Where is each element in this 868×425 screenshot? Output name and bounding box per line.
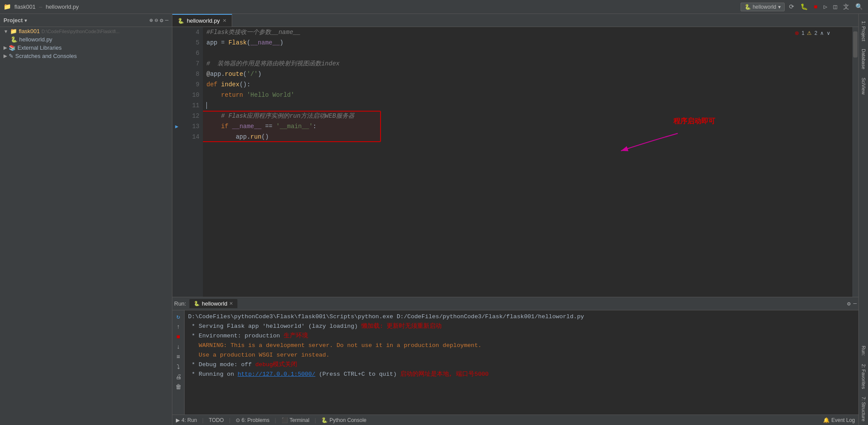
bp-13: ▶ (172, 121, 181, 132)
right-panel-run[interactable]: Run: (860, 342, 867, 359)
settings-bottom-icon[interactable]: ⚙ (847, 300, 851, 307)
ln-8: 8 (185, 69, 199, 79)
sidebar-dropdown[interactable]: ▾ (24, 17, 27, 24)
tab-close-icon[interactable]: ✕ (223, 18, 226, 24)
translate-icon[interactable]: 文 (841, 2, 851, 12)
print-icon[interactable]: 🖨 (175, 373, 182, 381)
status-todo[interactable]: TODO (209, 417, 223, 423)
code-line-7: # 装饰器的作用是将路由映射到视图函数index (206, 58, 852, 69)
rerun-icon[interactable]: ⟳ (787, 2, 796, 11)
sep1: | (202, 417, 203, 423)
title-bar: 📁 flask001 – helloworld.py 🐍 helloworld … (0, 0, 868, 14)
status-python-console[interactable]: 🐍 Python Console (321, 417, 367, 423)
ln-11: 11 (185, 100, 199, 111)
scroll-down-icon[interactable]: ↓ (175, 343, 181, 351)
title-separator: – (39, 3, 42, 10)
comment-4: #Flask类接收一个参数__name__ (206, 27, 301, 37)
project-icon: 📁 (3, 3, 11, 10)
annotation-arrow-svg (612, 125, 700, 160)
code-line-14: app.run() (206, 132, 852, 142)
status-event-log[interactable]: 🔔 Event Log (823, 417, 855, 423)
kw-if: if (221, 121, 232, 132)
right-panel-sciview[interactable]: SciView (860, 74, 867, 98)
stop-icon[interactable]: ■ (812, 3, 819, 11)
code-line-9: def index(): (206, 79, 852, 90)
todo-label: TODO (209, 417, 223, 423)
tree-root[interactable]: ▼ 📁 flask001 D:\CodeFiles\pythonCode3\Fl… (0, 27, 172, 35)
code-line-4: #Flask类接收一个参数__name__ (206, 27, 852, 37)
paren-9a: () (240, 79, 247, 90)
code-area: ▶ 4 5 6 7 8 9 10 11 12 13 14 (172, 27, 858, 297)
step-in-icon[interactable]: ⤵ (176, 363, 181, 371)
step-over-icon[interactable]: ≡ (175, 353, 181, 361)
run-line-4: WARNING: This is a development server. D… (188, 341, 855, 350)
right-panel-structure[interactable]: 7: Structure (860, 393, 867, 425)
sep2: | (229, 417, 230, 423)
run-tab-close[interactable]: ✕ (229, 301, 233, 306)
tab-bar: 🐍 helloworld.py ✕ (172, 14, 858, 27)
scrollbar-thumb[interactable] (853, 31, 858, 58)
bp-7 (172, 58, 181, 69)
locate-file-icon[interactable]: ⊕ (150, 17, 153, 24)
scroll-indicator[interactable] (852, 27, 858, 297)
fn-index: index (221, 79, 240, 90)
bp-12 (172, 111, 181, 121)
settings-icon[interactable]: ⚙ (160, 17, 163, 24)
status-terminal[interactable]: ⬛ Terminal (281, 417, 309, 423)
run-url[interactable]: http://127.0.0.1:5000/ (237, 370, 315, 379)
run-config-button[interactable]: 🐍 helloworld ▾ (741, 3, 785, 11)
breakpoint-gutter: ▶ (172, 27, 181, 297)
right-panel-database[interactable]: Database (860, 45, 867, 73)
tree-file-helloworld[interactable]: 🐍 helloworld.py (0, 35, 172, 44)
file-label: helloworld.py (19, 36, 52, 43)
run-output: D:\CodeFiles\pythonCode3\Flask\flask001\… (185, 310, 858, 415)
run-tab-label: helloworld (202, 300, 227, 307)
tree-ext-libs[interactable]: ▶ 📚 External Libraries (0, 44, 172, 52)
project-title: flask001 (14, 3, 35, 10)
bp-14 (172, 132, 181, 142)
run-label-prefix: Run: (174, 300, 186, 307)
ext-lib-icon: 📚 (9, 44, 16, 51)
run-env: * Environment: production (188, 331, 284, 341)
colon-13: : (313, 121, 316, 132)
bp-5 (172, 37, 181, 48)
main-area: Project ▾ ⊕ ⊖ ⚙ — ▼ 📁 flask001 D:\CodeFi… (0, 14, 868, 425)
status-problems[interactable]: ⊙ 6: Problems (236, 417, 269, 423)
code-line-5: app = Flask(__name__) (206, 37, 852, 48)
indent-14 (206, 132, 236, 142)
dot-14: . (247, 132, 250, 142)
problems-label: ⊙ 6: Problems (236, 417, 269, 423)
tab-run-helloworld[interactable]: 🐍 helloworld ✕ (189, 299, 237, 308)
search-icon[interactable]: 🔍 (854, 2, 865, 11)
status-right: 🔔 Event Log (823, 417, 855, 423)
close-sidebar-icon[interactable]: — (165, 17, 168, 24)
right-panel-project[interactable]: 1: Project (860, 17, 867, 44)
debug-icon[interactable]: 🐛 (799, 2, 810, 11)
project-path: D:\CodeFiles\pythonCode3\Flask\fl... (41, 29, 120, 34)
clear-icon[interactable]: 🗑 (175, 383, 182, 391)
bp-6 (172, 48, 181, 58)
code-line-6 (206, 48, 852, 58)
stop-bottom-icon[interactable]: ■ (175, 333, 181, 341)
right-panel-favorites[interactable]: 2: Favorites (860, 360, 867, 392)
sep3: | (274, 417, 276, 423)
py-file-icon: 🐍 (10, 36, 17, 43)
coverage-icon[interactable]: ▷ (822, 2, 829, 11)
dot-8: . (221, 69, 225, 79)
tree-scratches[interactable]: ▶ ✎ Scratches and Consoles (0, 52, 172, 60)
status-run[interactable]: ▶ 4: Run (176, 417, 197, 423)
str-slash: '/' (247, 69, 257, 79)
event-log-icon: 🔔 (823, 417, 830, 423)
scroll-up-icon[interactable]: ↑ (175, 323, 181, 331)
run-ctrl: (Press CTRL+C to quit) (316, 370, 400, 379)
collapse-icon[interactable]: ⊖ (155, 17, 158, 24)
tab-helloworld[interactable]: 🐍 helloworld.py ✕ (172, 14, 232, 27)
profile-icon[interactable]: ◫ (832, 2, 839, 11)
paren-5b: ) (280, 37, 283, 48)
close-bottom-icon[interactable]: — (853, 300, 857, 307)
bp-10 (172, 90, 181, 100)
str-main: '__main__' (276, 121, 313, 132)
kw-def: def (206, 79, 221, 90)
code-content[interactable]: ⊗ 1 ⚠ 2 ∧ ∨ #Flask类接收一个参数__name__ app = … (203, 27, 852, 297)
rerun-bottom-icon[interactable]: ↻ (175, 312, 181, 321)
